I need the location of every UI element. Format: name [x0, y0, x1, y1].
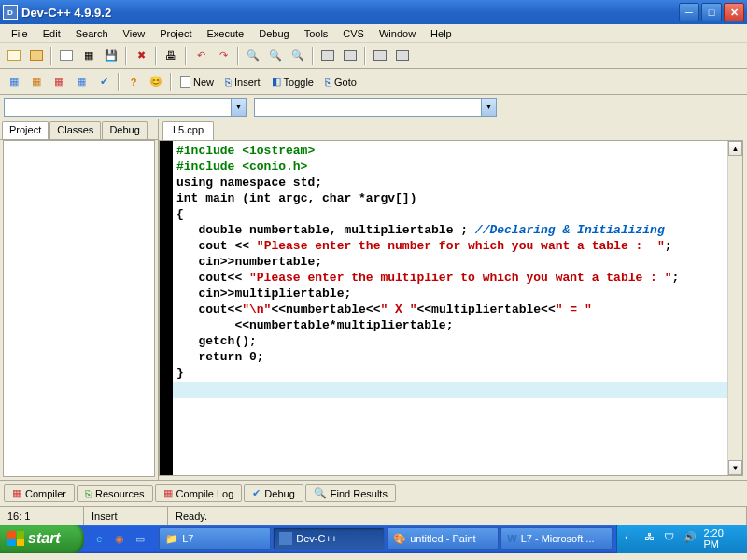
find-icon[interactable]: 🔍	[243, 46, 263, 66]
menu-file[interactable]: File	[4, 26, 35, 41]
start-button[interactable]: start	[0, 525, 84, 553]
new-label: New	[193, 77, 214, 88]
close-file-icon[interactable]: ✖	[131, 46, 151, 66]
function-selector-dropdown[interactable]: ▼	[254, 98, 497, 117]
about-icon[interactable]: 😊	[146, 72, 166, 92]
compile-run-icon[interactable]	[370, 46, 390, 66]
folder-icon: 📁	[165, 533, 178, 545]
quick-launch: e ◉ ▭	[84, 528, 155, 549]
task-item-devcpp[interactable]: Dev-C++	[273, 527, 385, 550]
menu-help[interactable]: Help	[423, 26, 459, 41]
tab-compile-log[interactable]: ▦Compile Log	[155, 484, 243, 502]
grid2-icon[interactable]: ▦	[26, 72, 47, 92]
new-file-icon[interactable]	[56, 46, 77, 66]
task-item-word[interactable]: WL7 - Microsoft ...	[500, 527, 613, 550]
code-editor[interactable]: #include <iostream> #include <conio.h> u…	[159, 140, 743, 476]
tab-compiler[interactable]: ▦Compiler	[4, 484, 75, 502]
save-icon[interactable]: 💾	[101, 46, 121, 66]
devcpp-icon	[279, 532, 292, 545]
scroll-down-icon[interactable]: ▼	[728, 460, 742, 475]
cursor-line-highlight	[173, 382, 727, 398]
grid3-icon[interactable]: ▦	[49, 72, 69, 92]
print-icon[interactable]: 🖶	[161, 46, 181, 66]
project-tree[interactable]	[3, 140, 155, 477]
tab-find-results[interactable]: 🔍Find Results	[305, 484, 396, 502]
app-icon: D	[3, 5, 18, 20]
new-button[interactable]: New	[176, 72, 218, 92]
grid1-icon[interactable]: ▦	[4, 72, 24, 92]
left-panel: Project Classes Debug	[0, 119, 159, 480]
system-tray: ‹ 🖧 🛡 🔊 2:20 PM	[616, 525, 747, 553]
help-icon[interactable]: ?	[123, 72, 144, 92]
tab-resources[interactable]: ⎘Resources	[77, 485, 153, 502]
editor-gutter	[160, 141, 173, 475]
tab-debug-bottom[interactable]: ✔Debug	[244, 484, 303, 502]
rebuild-icon[interactable]	[392, 46, 413, 66]
chevron-down-icon: ▼	[481, 99, 496, 116]
task-item-paint[interactable]: 🎨untitled - Paint	[387, 527, 499, 550]
goto-button[interactable]: ⎘Goto	[320, 72, 361, 92]
save-all-icon[interactable]: ▦	[78, 46, 99, 66]
menu-edit[interactable]: Edit	[35, 26, 68, 41]
bottom-panel: ▦Compiler ⎘Resources ▦Compile Log ✔Debug…	[0, 480, 747, 506]
chevron-down-icon: ▼	[231, 99, 246, 116]
code-content[interactable]: #include <iostream> #include <conio.h> u…	[173, 141, 727, 475]
check-icon[interactable]: ✔	[93, 72, 114, 92]
run-icon[interactable]	[340, 46, 360, 66]
file-tab-l5[interactable]: L5.cpp	[162, 121, 214, 140]
menu-debug[interactable]: Debug	[251, 26, 296, 41]
tab-project[interactable]: Project	[2, 121, 49, 139]
toggle-label: Toggle	[284, 77, 314, 88]
status-bar: 16: 1 Insert Ready.	[0, 506, 747, 525]
new-project-icon[interactable]	[4, 46, 24, 66]
ql-desktop-icon[interactable]: ▭	[131, 528, 149, 549]
undo-icon[interactable]: ↶	[190, 46, 211, 66]
replace-icon[interactable]: 🔍	[288, 46, 308, 66]
tray-chevron-icon[interactable]: ‹	[625, 531, 639, 546]
tab-classes[interactable]: Classes	[49, 121, 101, 139]
toolbar-main: ▦ 💾 ✖ 🖶 ↶ ↷ 🔍 🔍 🔍	[0, 43, 747, 69]
insert-button[interactable]: ⎘Insert	[220, 72, 265, 92]
menu-window[interactable]: Window	[372, 26, 423, 41]
window-title: Dev-C++ 4.9.9.2	[21, 6, 679, 20]
open-icon[interactable]	[26, 46, 47, 66]
tray-shield-icon[interactable]: 🛡	[664, 531, 678, 546]
vertical-scrollbar[interactable]: ▲ ▼	[727, 141, 742, 475]
goto-label: Goto	[334, 77, 357, 88]
word-icon: W	[507, 533, 516, 544]
task-item-l7[interactable]: 📁L7	[159, 527, 271, 550]
class-selector-dropdown[interactable]: ▼	[4, 98, 247, 117]
menu-tools[interactable]: Tools	[297, 26, 336, 41]
grid4-icon[interactable]: ▦	[71, 72, 92, 92]
ql-firefox-icon[interactable]: ◉	[110, 528, 129, 549]
status-mode: Insert	[84, 507, 168, 525]
windows-taskbar: start e ◉ ▭ 📁L7 Dev-C++ 🎨untitled - Pain…	[0, 525, 747, 553]
toggle-button[interactable]: ◧Toggle	[267, 72, 318, 92]
maximize-button[interactable]: □	[701, 3, 722, 21]
tray-volume-icon[interactable]: 🔊	[684, 531, 698, 546]
status-message: Ready.	[168, 507, 747, 525]
tray-network-icon[interactable]: 🖧	[644, 531, 658, 546]
windows-logo-icon	[7, 531, 24, 546]
ql-ie-icon[interactable]: e	[90, 528, 108, 549]
menu-cvs[interactable]: CVS	[335, 26, 372, 41]
redo-icon[interactable]: ↷	[213, 46, 233, 66]
scroll-up-icon[interactable]: ▲	[728, 141, 742, 156]
tab-debug[interactable]: Debug	[102, 121, 147, 139]
compile-icon[interactable]	[317, 46, 338, 66]
menu-bar: File Edit Search View Project Execute De…	[0, 24, 747, 43]
menu-search[interactable]: Search	[68, 26, 116, 41]
insert-label: Insert	[234, 77, 261, 88]
dropdown-bar: ▼ ▼	[0, 95, 747, 119]
toolbar-secondary: ▦ ▦ ▦ ▦ ✔ ? 😊 New ⎘Insert ◧Toggle ⎘Goto	[0, 69, 747, 95]
editor-area: L5.cpp #include <iostream> #include <con…	[159, 119, 747, 480]
window-titlebar: D Dev-C++ 4.9.9.2 ─ □ ✕	[0, 0, 747, 24]
menu-view[interactable]: View	[116, 26, 153, 41]
menu-project[interactable]: Project	[152, 26, 199, 41]
minimize-button[interactable]: ─	[679, 3, 699, 21]
menu-execute[interactable]: Execute	[199, 26, 251, 41]
find-next-icon[interactable]: 🔍	[265, 46, 286, 66]
paint-icon: 🎨	[393, 533, 406, 545]
close-button[interactable]: ✕	[724, 3, 744, 21]
tray-clock[interactable]: 2:20 PM	[703, 527, 740, 550]
